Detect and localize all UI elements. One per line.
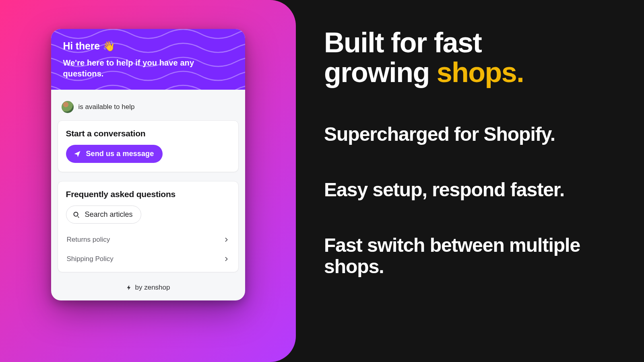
wave-hand-icon: 👋 [103, 40, 115, 51]
feature-line: Fast switch between multiple shops. [324, 234, 616, 278]
marketing-panel: Built for fast growing shops. Supercharg… [296, 0, 644, 362]
widget-header: Hi there 👋 We're here to help if you hav… [51, 29, 245, 90]
faq-item[interactable]: Shipping Policy [66, 249, 230, 269]
widget-body: is available to help Start a conversatio… [51, 90, 245, 281]
faq-list: Returns policy Shipping Policy [66, 230, 230, 269]
search-articles-label: Search articles [85, 210, 133, 219]
widget-subtext: We're here to help if you have any quest… [63, 58, 220, 79]
send-message-label: Send us a message [86, 150, 154, 158]
gradient-panel: Hi there 👋 We're here to help if you hav… [0, 0, 296, 362]
faq-item-label: Shipping Policy [67, 255, 114, 263]
greeting-text: Hi there [63, 40, 100, 51]
hero-title: Built for fast growing shops. [324, 28, 616, 87]
hero-accent-word: shops. [437, 57, 524, 88]
faq-card: Frequently asked questions Search articl… [58, 181, 239, 272]
hero-line-1: Built for fast [324, 28, 616, 58]
widget-footer: by zenshop [51, 281, 245, 300]
send-message-button[interactable]: Send us a message [66, 145, 163, 163]
availability-text: is available to help [78, 103, 135, 111]
search-icon [73, 211, 80, 218]
chat-widget: Hi there 👋 We're here to help if you hav… [51, 29, 245, 300]
start-conversation-title: Start a conversation [66, 129, 230, 138]
footer-label: by zenshop [135, 284, 170, 292]
faq-item[interactable]: Returns policy [66, 230, 230, 249]
faq-title: Frequently asked questions [66, 189, 230, 199]
paper-plane-icon [73, 150, 81, 158]
hero-line-2: growing shops. [324, 58, 616, 88]
bolt-icon [126, 284, 132, 291]
feature-line: Easy setup, respond faster. [324, 179, 616, 201]
chevron-right-icon [223, 256, 229, 262]
agent-avatar [62, 101, 74, 113]
hero-line-2-pre: growing [324, 57, 437, 88]
faq-item-label: Returns policy [67, 236, 110, 244]
availability-row: is available to help [58, 96, 239, 120]
chevron-right-icon [223, 237, 229, 243]
start-conversation-card: Start a conversation Send us a message [58, 120, 239, 172]
feature-line: Supercharged for Shopify. [324, 123, 616, 145]
widget-greeting: Hi there 👋 [63, 40, 233, 52]
search-articles-button[interactable]: Search articles [66, 206, 141, 224]
